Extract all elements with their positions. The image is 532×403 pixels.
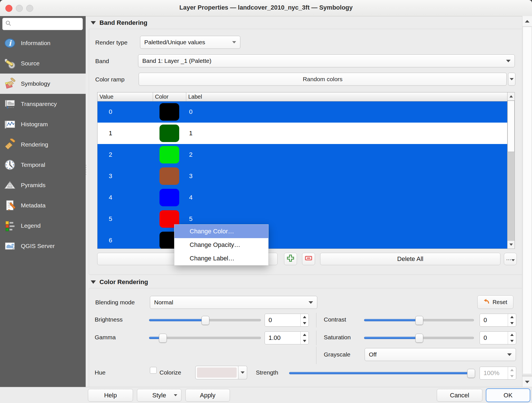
table-row[interactable]: 0 0 [97, 101, 507, 123]
spin-up-button[interactable] [508, 332, 516, 338]
label-cell[interactable]: 1 [186, 123, 507, 144]
style-button[interactable]: Style [137, 389, 181, 402]
sidebar-item-information[interactable]: i Information [0, 33, 86, 53]
label-cell[interactable]: 4 [186, 187, 507, 208]
table-scrollbar[interactable] [507, 92, 515, 249]
slider-thumb[interactable] [201, 316, 209, 325]
scroll-down-button[interactable] [522, 377, 532, 387]
slider-thumb[interactable] [467, 369, 475, 378]
sidebar-item-rendering[interactable]: Rendering [0, 134, 86, 155]
spin-down-button[interactable] [508, 373, 516, 379]
reset-button[interactable]: Reset [477, 295, 513, 309]
spin-up-button[interactable] [301, 314, 309, 320]
render-type-label: Render type [95, 39, 127, 46]
color-cell[interactable] [153, 187, 186, 208]
gamma-slider[interactable] [149, 333, 261, 342]
scroll-up-button[interactable] [522, 16, 532, 26]
color-ramp-dropdown-button[interactable] [508, 73, 515, 86]
sidebar-item-pyramids[interactable]: Pyramids [0, 175, 86, 195]
column-header-color[interactable]: Color [153, 92, 186, 101]
slider-thumb[interactable] [415, 334, 423, 343]
delete-all-button[interactable]: Delete All [320, 253, 500, 265]
render-type-select[interactable]: Paletted/Unique values [140, 36, 240, 49]
color-swatch[interactable] [159, 103, 179, 121]
titlebar: Layer Properties — landcover_2010_nyc_3f… [0, 0, 532, 16]
color-ramp-button[interactable]: Random colors [139, 73, 507, 86]
saturation-slider[interactable] [364, 333, 474, 342]
main-scrollbar[interactable] [522, 16, 532, 387]
band-rendering-header[interactable]: Band Rendering [91, 19, 147, 26]
remove-value-button[interactable] [302, 253, 315, 265]
strength-spinbox[interactable]: 100% [480, 367, 516, 380]
grayscale-select[interactable]: Off [365, 348, 516, 361]
scroll-down-button[interactable] [507, 240, 515, 249]
color-swatch[interactable] [159, 167, 179, 185]
sidebar-item-metadata[interactable]: Metadata [0, 195, 86, 216]
label-cell[interactable]: 0 [186, 101, 507, 123]
palette-values-table[interactable]: 0 0 1 1 2 2 3 3 4 4 [97, 92, 515, 249]
source-icon [4, 57, 16, 69]
spin-up-button[interactable] [508, 367, 516, 373]
label-cell[interactable]: 2 [186, 144, 507, 165]
add-value-button[interactable] [284, 253, 297, 265]
spin-down-button[interactable] [508, 338, 516, 344]
table-row[interactable]: 6 6 [97, 230, 507, 249]
color-dropdown-button[interactable] [238, 366, 247, 379]
sidebar-item-source[interactable]: Source [0, 53, 86, 74]
cancel-button[interactable]: Cancel [437, 389, 482, 402]
table-row[interactable]: 1 1 [97, 123, 507, 144]
spin-down-button[interactable] [508, 320, 516, 326]
colorize-checkbox[interactable] [150, 367, 157, 374]
spin-down-button[interactable] [301, 338, 309, 344]
contrast-slider[interactable] [364, 316, 474, 325]
band-select[interactable]: Band 1: Layer _1 (Palette) [138, 54, 515, 67]
slider-thumb[interactable] [159, 334, 167, 343]
color-swatch[interactable] [159, 146, 179, 163]
label-cell[interactable]: 3 [186, 165, 507, 187]
color-cell[interactable] [153, 101, 186, 123]
table-row[interactable]: 5 5 [97, 208, 507, 230]
menu-item-change-color[interactable]: Change Color… [174, 225, 268, 238]
scrollbar-thumb[interactable] [507, 101, 515, 152]
spin-up-button[interactable] [508, 314, 516, 320]
column-header-value[interactable]: Value [97, 92, 153, 101]
scrollbar-thumb[interactable] [523, 27, 532, 374]
spin-down-button[interactable] [301, 320, 309, 326]
strength-slider[interactable] [289, 369, 474, 378]
sidebar-item-qgis-server[interactable]: QGIS Server [0, 236, 86, 256]
sidebar-item-temporal[interactable]: Temporal [0, 155, 86, 175]
sidebar-item-symbology[interactable]: Symbology [0, 74, 86, 94]
color-swatch[interactable] [159, 189, 179, 206]
color-cell[interactable] [153, 165, 186, 187]
brightness-slider[interactable] [149, 316, 261, 325]
color-rendering-header[interactable]: Color Rendering [91, 278, 148, 286]
color-swatch[interactable] [159, 125, 179, 142]
help-button[interactable]: Help [88, 389, 133, 402]
sidebar-item-legend[interactable]: Legend [0, 216, 86, 236]
spin-up-button[interactable] [301, 332, 309, 338]
blending-mode-select[interactable]: Normal [150, 296, 317, 309]
scroll-up-button[interactable] [507, 92, 515, 101]
saturation-spinbox[interactable]: 0 [480, 331, 516, 344]
brightness-spinbox[interactable]: 0 [265, 314, 309, 327]
table-row[interactable]: 4 4 [97, 187, 507, 208]
contrast-spinbox[interactable]: 0 [480, 314, 516, 327]
sidebar-item-histogram[interactable]: Histogram [0, 114, 86, 134]
color-cell[interactable] [153, 123, 186, 144]
table-row[interactable]: 2 2 [97, 144, 507, 165]
menu-item-change-label[interactable]: Change Label… [174, 252, 268, 265]
sidebar-resize-handle[interactable] [85, 165, 87, 176]
table-row[interactable]: 3 3 [97, 165, 507, 187]
menu-item-change-opacity[interactable]: Change Opacity… [174, 238, 268, 252]
ok-button[interactable]: OK [486, 388, 530, 402]
apply-button[interactable]: Apply [185, 389, 230, 402]
advanced-options-button[interactable]: … [504, 253, 517, 265]
colorize-color-button[interactable] [195, 366, 247, 379]
sidebar-item-transparency[interactable]: Transparency [0, 94, 86, 114]
gamma-spinbox[interactable]: 1.00 [265, 331, 309, 344]
sidebar-search-input[interactable] [2, 18, 83, 30]
value-cell: 3 [97, 165, 153, 187]
color-cell[interactable] [153, 144, 186, 165]
column-header-label[interactable]: Label [186, 92, 507, 101]
slider-thumb[interactable] [415, 316, 423, 325]
